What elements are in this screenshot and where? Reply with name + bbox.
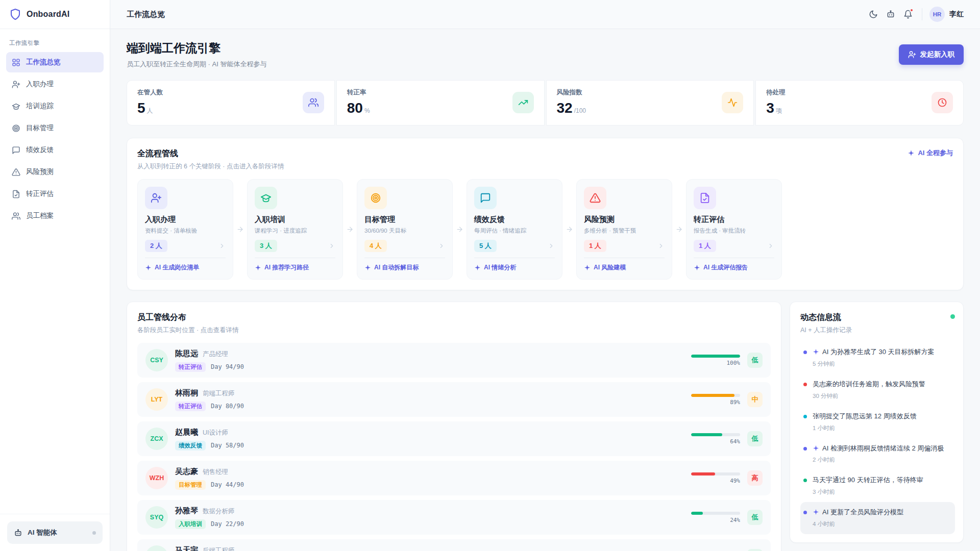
feed-item[interactable]: AI 为孙雅琴生成了 30 天目标拆解方案 5 分钟前 (800, 342, 955, 374)
notifications-button[interactable] (899, 6, 917, 23)
stage-ai-feature[interactable]: AI 生成岗位清单 (145, 263, 226, 272)
stage-count-badge: 1 人 (584, 240, 606, 252)
feed-text: 吴志豪的培训任务逾期，触发风险预警 (813, 380, 925, 389)
ai-full-participation-badge[interactable]: AI 全程参与 (908, 148, 953, 158)
progress-percent: 64% (691, 438, 740, 445)
arrow-right-icon (236, 179, 244, 280)
employee-panel-subtitle: 各阶段员工实时位置 · 点击查看详情 (137, 326, 771, 335)
chevron-right-icon (438, 242, 445, 249)
stage-subtitle: 每周评估 · 情绪追踪 (474, 227, 555, 235)
employee-role: 前端工程师 (203, 389, 235, 398)
stat-risk-index[interactable]: 风险指数 32/100 (546, 80, 754, 126)
stage-ai-feature[interactable]: AI 风险建模 (584, 263, 665, 272)
employee-role: 后端工程师 (203, 546, 235, 551)
sidebar-item-feedback[interactable]: 绩效反馈 (6, 140, 104, 160)
sidebar-item-evaluation[interactable]: 转正评估 (6, 184, 104, 204)
employee-row[interactable]: LYT 林雨桐前端工程师 转正评估Day 80/90 89% 中 (137, 382, 771, 417)
ai-agent-button[interactable]: AI 智能体 (7, 521, 103, 544)
activity-icon (722, 92, 743, 113)
employee-panel-title: 员工管线分布 (137, 312, 771, 323)
sidebar-item-profiles[interactable]: 员工档案 (6, 206, 104, 226)
graduation-cap-icon (12, 102, 20, 111)
employee-row[interactable]: CSY 陈思远产品经理 转正评估Day 94/90 100% 低 (137, 343, 771, 378)
divider (694, 258, 774, 258)
feed-timestamp: 3 小时前 (813, 488, 923, 496)
employee-role: 数据分析师 (203, 507, 235, 516)
stat-pending[interactable]: 待处理 3项 (755, 80, 964, 126)
sparkles-icon (813, 509, 819, 515)
feed-text: 张明提交了陈思远第 12 周绩效反馈 (813, 412, 917, 421)
risk-badge: 低 (747, 353, 763, 368)
sidebar-item-workflow-overview[interactable]: 工作流总览 (6, 52, 104, 72)
notification-badge (910, 8, 914, 12)
risk-badge: 低 (747, 549, 763, 551)
sidebar-item-label: 工作流总览 (26, 58, 61, 67)
page-subtitle: 员工入职至转正全生命周期 · AI 智能体全程参与 (127, 60, 266, 69)
employee-row[interactable]: WZH 吴志豪销售经理 目标管理Day 44/90 49% 高 (137, 461, 771, 495)
pipeline-stage-risk[interactable]: 风险预测 多维分析 · 预警干预 1 人 AI 风险建模 (576, 179, 672, 280)
message-icon (12, 146, 20, 155)
sidebar-item-onboarding[interactable]: 入职办理 (6, 74, 104, 94)
feed-item[interactable]: AI 更新了全员风险评分模型 4 小时前 (800, 502, 955, 534)
stage-ai-feature[interactable]: AI 情绪分析 (474, 263, 555, 272)
employee-row[interactable]: ZCX 赵晨曦UI设计师 绩效反馈Day 58/90 64% 低 (137, 421, 771, 456)
cta-label: 发起新入职 (920, 50, 955, 59)
trending-up-icon (512, 92, 534, 113)
progress-percent: 100% (691, 360, 740, 366)
pipeline-stage-training[interactable]: 入职培训 课程学习 · 进度追踪 3 人 AI 推荐学习路径 (247, 179, 343, 280)
dark-mode-toggle[interactable] (865, 6, 882, 23)
employee-name: 赵晨曦 (175, 428, 198, 437)
sidebar-item-training[interactable]: 培训追踪 (6, 96, 104, 116)
bot-icon (886, 10, 895, 19)
risk-badge: 高 (747, 470, 763, 486)
pipeline-title: 全流程管线 (137, 148, 284, 159)
stage-ai-feature[interactable]: AI 自动拆解目标 (364, 263, 445, 272)
divider (364, 258, 445, 258)
target-icon (364, 187, 387, 209)
chevron-right-icon (767, 242, 774, 249)
sidebar-item-label: 员工档案 (26, 211, 54, 220)
graduation-cap-icon (255, 187, 277, 209)
employee-row[interactable]: MTY 马天宇后端工程师 转正评估Day 110/90 100% 低 (137, 539, 771, 551)
user-plus-icon (145, 187, 167, 209)
ai-assistant-button[interactable] (882, 6, 899, 23)
avatar: ZCX (145, 428, 168, 450)
start-onboarding-button[interactable]: 发起新入职 (899, 44, 964, 65)
employee-row[interactable]: SYQ 孙雅琴数据分析师 入职培训Day 22/90 24% 低 (137, 500, 771, 535)
stage-ai-feature[interactable]: AI 生成评估报告 (694, 263, 774, 272)
pipeline-stage-goals[interactable]: 目标管理 30/60/90 天目标 4 人 AI 自动拆解目标 (357, 179, 453, 280)
sparkles-icon (255, 264, 261, 271)
sidebar-item-risk[interactable]: 风险预测 (6, 162, 104, 182)
feed-timestamp: 1 小时前 (813, 424, 917, 432)
feed-timestamp: 2 小时前 (813, 456, 944, 464)
user-avatar[interactable]: HR (929, 7, 945, 22)
stat-value: 5人 (137, 100, 163, 116)
pipeline-stage-feedback[interactable]: 绩效反馈 每周评估 · 情绪追踪 5 人 AI 情绪分析 (467, 179, 562, 280)
employee-name: 陈思远 (175, 349, 198, 359)
sidebar-item-goals[interactable]: 目标管理 (6, 118, 104, 138)
users-icon (303, 92, 324, 113)
sparkles-icon (145, 264, 152, 271)
feed-item[interactable]: AI 检测到林雨桐反馈情绪连续 2 周偏消极 2 小时前 (800, 438, 955, 470)
activity-dot (803, 447, 807, 450)
sidebar-item-label: 绩效反馈 (26, 145, 54, 155)
progress-percent: 49% (691, 478, 740, 484)
file-check-icon (694, 187, 716, 209)
feed-item[interactable]: 张明提交了陈思远第 12 周绩效反馈 1 小时前 (800, 406, 955, 438)
stage-subtitle: 课程学习 · 进度追踪 (255, 227, 335, 235)
stage-ai-feature[interactable]: AI 推荐学习路径 (255, 263, 335, 272)
sparkles-icon (813, 348, 819, 355)
pipeline-stage-onboarding[interactable]: 入职办理 资料提交 · 清单核验 2 人 AI 生成岗位清单 (137, 179, 233, 280)
alert-triangle-icon (584, 187, 606, 209)
feed-item[interactable]: 马天宇通过 90 天转正评估，等待终审 3 小时前 (800, 470, 955, 502)
divider (255, 258, 335, 258)
alert-triangle-icon (12, 168, 20, 177)
pipeline-stage-evaluation[interactable]: 转正评估 报告生成 · 审批流转 1 人 AI 生成评估报告 (686, 179, 782, 280)
feed-item[interactable]: 吴志豪的培训任务逾期，触发风险预警 30 分钟前 (800, 374, 955, 406)
stat-conversion-rate[interactable]: 转正率 80% (336, 80, 545, 126)
chevron-right-icon (218, 242, 226, 249)
sidebar-item-label: 入职办理 (26, 80, 54, 89)
divider (145, 258, 226, 258)
stat-active-count[interactable]: 在管人数 5人 (127, 80, 335, 126)
app-logo[interactable]: OnboardAI (0, 0, 110, 29)
